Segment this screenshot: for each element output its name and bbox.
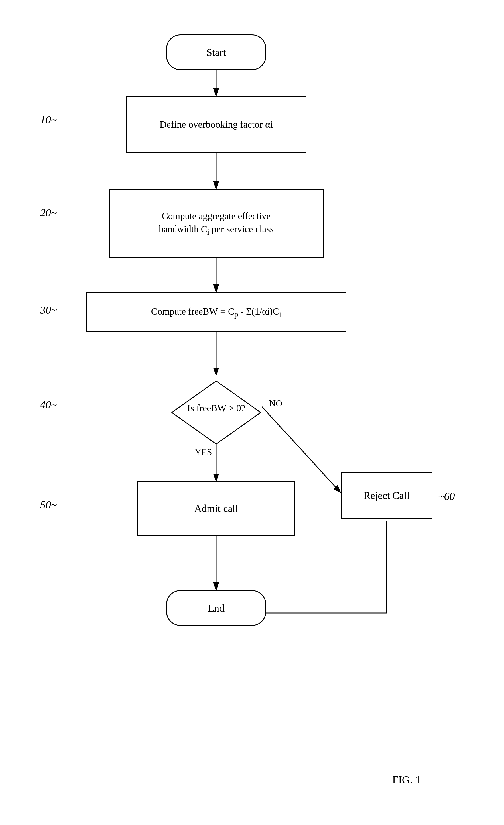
step-label-30: 30~ bbox=[40, 304, 57, 316]
flowchart: Start 10~ Define overbooking factor αi 2… bbox=[0, 0, 504, 825]
step10-node: Define overbooking factor αi bbox=[126, 96, 307, 153]
step30-label: Compute freeBW = Cp - Σ(1/αi)Ci bbox=[151, 305, 281, 320]
start-label: Start bbox=[206, 47, 226, 59]
no-label: NO bbox=[269, 398, 282, 409]
end-label: End bbox=[208, 602, 225, 614]
step40-node: Is freeBW > 0? bbox=[170, 375, 262, 441]
svg-line-6 bbox=[262, 407, 341, 493]
end-node: End bbox=[166, 590, 266, 626]
yes-label: YES bbox=[195, 447, 212, 457]
step-label-10: 10~ bbox=[40, 113, 57, 126]
step50-label: Admit call bbox=[194, 501, 238, 516]
step-label-60: ~60 bbox=[438, 490, 455, 503]
decision-diamond: Is freeBW > 0? bbox=[170, 380, 262, 437]
step40-label: Is freeBW > 0? bbox=[187, 402, 245, 415]
step20-label: Compute aggregate effectivebandwidth Ci … bbox=[159, 209, 274, 237]
figure-caption: FIG. 1 bbox=[392, 773, 421, 786]
step20-node: Compute aggregate effectivebandwidth Ci … bbox=[109, 189, 324, 258]
step10-label: Define overbooking factor αi bbox=[160, 118, 273, 132]
step-label-40: 40~ bbox=[40, 398, 57, 411]
start-node: Start bbox=[166, 34, 266, 70]
step50-node: Admit call bbox=[138, 481, 295, 536]
step-label-50: 50~ bbox=[40, 499, 57, 511]
step30-node: Compute freeBW = Cp - Σ(1/αi)Ci bbox=[86, 292, 346, 332]
step60-label: Reject Call bbox=[364, 489, 410, 503]
step-label-20: 20~ bbox=[40, 206, 57, 219]
step60-node: Reject Call bbox=[341, 472, 432, 519]
